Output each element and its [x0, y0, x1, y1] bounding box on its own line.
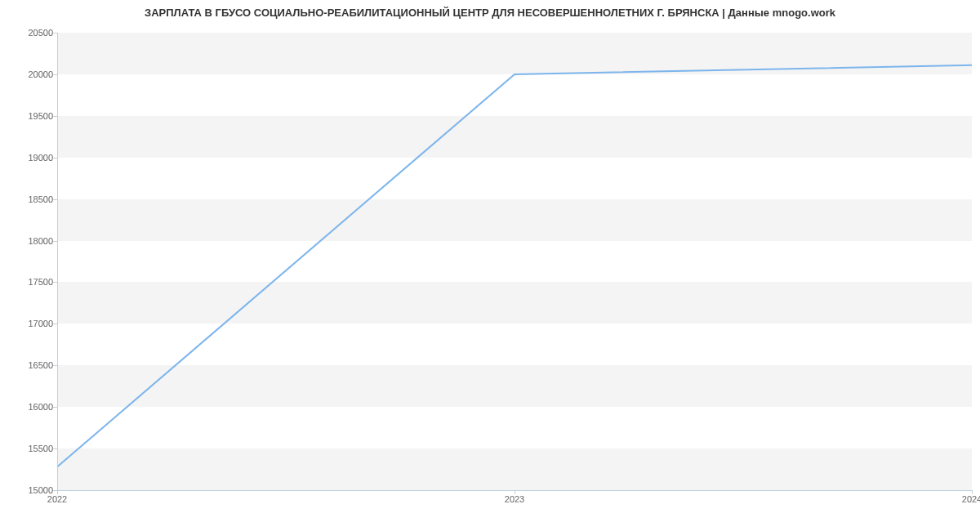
y-tick-mark [53, 407, 57, 408]
x-tick-label: 2023 [505, 494, 524, 504]
y-tick-mark [53, 282, 57, 283]
y-tick-label: 20500 [4, 28, 53, 38]
y-tick-label: 17500 [4, 277, 53, 287]
plot-area [57, 33, 972, 490]
x-tick-mark [972, 490, 973, 494]
x-tick-mark [514, 490, 515, 494]
y-tick-mark [53, 365, 57, 366]
chart-container: ЗАРПЛАТА В ГБУСО СОЦИАЛЬНО-РЕАБИЛИТАЦИОН… [0, 0, 980, 531]
line-series [57, 33, 972, 490]
y-tick-label: 18000 [4, 236, 53, 246]
x-tick-label: 2022 [47, 494, 67, 504]
x-tick-mark [57, 490, 58, 494]
y-tick-label: 19500 [4, 111, 53, 121]
y-tick-label: 16000 [4, 402, 53, 412]
y-tick-mark [53, 199, 57, 200]
chart-title: ЗАРПЛАТА В ГБУСО СОЦИАЛЬНО-РЕАБИЛИТАЦИОН… [0, 7, 980, 19]
y-tick-label: 20000 [4, 69, 53, 79]
y-tick-label: 15000 [4, 485, 53, 495]
y-tick-mark [53, 74, 57, 75]
y-tick-label: 16500 [4, 360, 53, 370]
y-tick-mark [53, 448, 57, 449]
y-tick-mark [53, 116, 57, 117]
y-tick-label: 18500 [4, 194, 53, 204]
y-tick-mark [53, 324, 57, 324]
x-tick-label: 2024 [962, 494, 980, 504]
y-tick-mark [53, 241, 57, 242]
y-axis-line [57, 33, 58, 490]
y-tick-mark [53, 33, 57, 33]
y-tick-label: 15500 [4, 444, 53, 453]
y-tick-label: 17000 [4, 319, 53, 328]
y-tick-mark [53, 158, 57, 158]
y-tick-label: 19000 [4, 153, 53, 163]
